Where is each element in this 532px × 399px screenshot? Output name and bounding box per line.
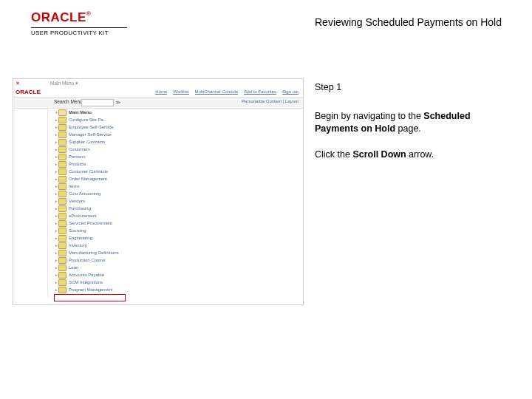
oracle-upk-logo: ORACLE® USER PRODUCTIVITY KIT <box>31 10 127 36</box>
tree-item-label: Production Control <box>69 258 106 262</box>
tree-item[interactable]: ▸Production Control <box>54 256 128 264</box>
tree-item[interactable]: ▸Cost Accounting <box>54 190 128 197</box>
tree-item[interactable]: ▸Engineering <box>54 234 128 242</box>
header-nav-links: Home Worklist MultiChannel Console Add t… <box>155 89 299 95</box>
folder-icon <box>58 279 66 286</box>
nav-signout[interactable]: Sign out <box>282 89 299 95</box>
tree-item[interactable]: ▸Accounts Payable <box>54 271 128 279</box>
tree-root[interactable]: ▾ Main Menu <box>54 109 128 116</box>
embedded-screenshot: ✕ Main Menu ▾ ORACLE Home Worklist Multi… <box>13 78 304 305</box>
oracle-brand-text: ORACLE® <box>31 10 91 24</box>
tree-item-label: Manufacturing Definitions <box>69 250 119 255</box>
folder-icon <box>58 287 66 293</box>
tree-item[interactable]: ▸Items <box>54 183 128 190</box>
tree-item[interactable]: ▸Customers <box>54 146 128 153</box>
tree-item[interactable]: ▸Supplier Contracts <box>54 138 128 146</box>
tree-item-label: Manager Self-Service <box>69 132 112 137</box>
tree-item-label: Order Management <box>69 177 107 181</box>
oracle-upk-subtext: USER PRODUCTIVITY KIT <box>31 30 127 36</box>
tree-item-label: Customer Contracts <box>69 169 108 174</box>
tree-item[interactable]: ▸Sourcing <box>54 227 128 234</box>
folder-icon <box>58 168 66 175</box>
tree-item-label: Employee Self-Service <box>69 125 114 129</box>
tree-item-label: Customers <box>69 147 90 151</box>
nav-worklist[interactable]: Worklist <box>173 89 188 95</box>
folder-icon <box>58 154 66 160</box>
app-brand-logo: ORACLE <box>16 89 41 95</box>
folder-icon <box>58 257 66 264</box>
folder-icon <box>58 250 66 256</box>
tree-item[interactable]: ▸SCM Integrations <box>54 279 128 286</box>
nav-home[interactable]: Home <box>155 89 167 95</box>
search-menu-row: Search Menu: ≫ Personalize Content | Lay… <box>13 98 303 109</box>
tree-item-label: Supplier Contracts <box>69 140 105 144</box>
folder-icon <box>58 124 66 131</box>
tree-item[interactable]: ▸Services Procurement <box>54 219 128 227</box>
folder-icon <box>58 220 66 227</box>
tree-item[interactable]: ▸Purchasing <box>54 205 128 212</box>
tree-item[interactable]: ▸Vendors <box>54 197 128 205</box>
search-input[interactable] <box>81 99 114 106</box>
tree-item[interactable]: ▸Lean <box>54 264 128 271</box>
instruction-paragraph-2: Click the Scroll Down arrow. <box>315 149 507 161</box>
scroll-down-highlight[interactable] <box>54 294 126 301</box>
folder-icon <box>58 139 66 146</box>
tree-item-label: SCM Integrations <box>69 280 103 284</box>
tree-item-label: Partners <box>69 154 86 159</box>
folder-icon <box>58 183 66 190</box>
tree-item-label: Engineering <box>69 236 92 240</box>
tree-item[interactable]: ▸Program Management <box>54 286 128 293</box>
tree-item-label: Lean <box>69 265 78 270</box>
tree-item-label: Accounts Payable <box>69 273 104 277</box>
folder-icon <box>58 198 66 205</box>
page-title: Reviewing Scheduled Payments on Hold <box>315 16 502 28</box>
folder-icon <box>58 132 66 138</box>
tree-item-label: Items <box>69 184 80 188</box>
tree-item-label: Inventory <box>69 243 87 248</box>
tree-item[interactable]: ▸Products <box>54 160 128 168</box>
step-label: Step 1 <box>315 81 507 94</box>
search-go-icon[interactable]: ≫ <box>115 100 120 106</box>
nav-favorites[interactable]: Add to Favorites <box>244 89 276 95</box>
folder-icon <box>58 265 66 271</box>
tree-item-label: Configure Site Pe... <box>69 117 107 122</box>
personalize-content-link[interactable]: Personalize Content | Layout <box>242 99 299 103</box>
tree-item[interactable]: ▸eProcurement <box>54 212 128 219</box>
tree-item-label: Sourcing <box>69 228 86 233</box>
tree-item[interactable]: ▸Manager Self-Service <box>54 131 128 138</box>
tree-divider <box>47 107 48 297</box>
app-header: ORACLE Home Worklist MultiChannel Consol… <box>13 88 303 98</box>
search-menu-label: Search Menu: <box>54 99 83 104</box>
instruction-paragraph-1: Begin by navigating to the Scheduled Pay… <box>315 110 507 135</box>
tree-item-label: Purchasing <box>69 206 91 211</box>
tree-item-label: Cost Accounting <box>69 191 100 196</box>
folder-icon <box>58 242 66 249</box>
tree-item[interactable]: ▸Manufacturing Definitions <box>54 249 128 256</box>
folder-icon <box>58 235 66 242</box>
folder-icon <box>58 146 66 153</box>
folder-icon <box>58 161 66 168</box>
folder-icon <box>58 109 66 116</box>
folder-icon <box>58 117 66 123</box>
instruction-panel: Step 1 Begin by navigating to the Schedu… <box>315 81 507 161</box>
folder-icon <box>58 228 66 234</box>
nav-multichannel[interactable]: MultiChannel Console <box>195 89 239 95</box>
folder-icon <box>58 205 66 212</box>
tree-item[interactable]: ▸Partners <box>54 153 128 160</box>
tree-item-label: Vendors <box>69 199 85 203</box>
tree-item[interactable]: ▸Customer Contracts <box>54 168 128 175</box>
folder-icon <box>58 213 66 219</box>
navigation-tree: ▾ Main Menu ▸Configure Site Pe...▸Employ… <box>54 109 128 293</box>
close-icon[interactable]: ✕ <box>16 81 20 86</box>
tree-item[interactable]: ▸Order Management <box>54 175 128 183</box>
logo-divider <box>31 27 127 28</box>
tree-item-label: Products <box>69 162 86 166</box>
folder-icon <box>58 191 66 197</box>
tree-item[interactable]: ▸Configure Site Pe... <box>54 116 128 123</box>
app-titlebar: ✕ Main Menu ▾ <box>13 79 303 88</box>
tree-item-label: eProcurement <box>69 214 97 218</box>
tree-item[interactable]: ▸Inventory <box>54 242 128 249</box>
main-menu-dropdown[interactable]: Main Menu ▾ <box>50 81 78 86</box>
tree-item[interactable]: ▸Employee Self-Service <box>54 123 128 131</box>
tree-item-label: Program Management <box>69 287 113 292</box>
